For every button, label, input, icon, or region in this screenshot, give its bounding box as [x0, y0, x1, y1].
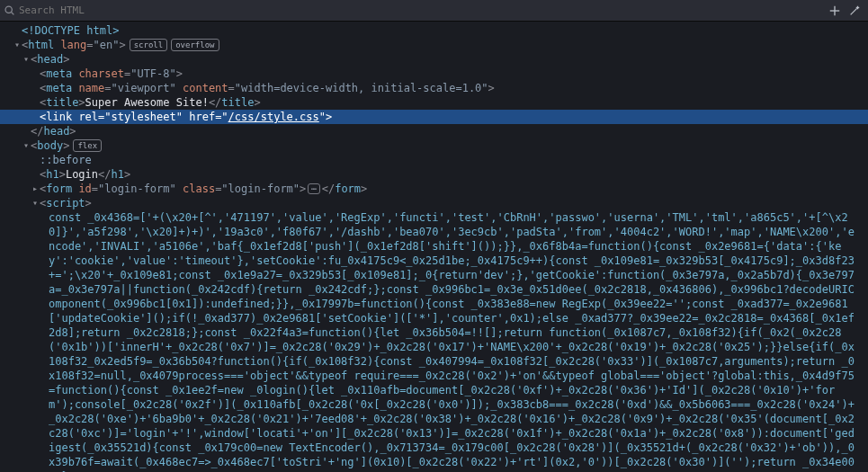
overflow-badge: overflow [171, 39, 219, 51]
scroll-badge: scroll [130, 39, 168, 51]
svg-line-4 [851, 8, 857, 14]
head-open[interactable]: ▾ <head> [0, 52, 868, 67]
twisty-icon[interactable]: ▾ [13, 38, 22, 52]
search-input[interactable] [19, 4, 828, 16]
form-node[interactable]: ▸ <form id="login-form" class="login-for… [0, 182, 868, 196]
script-open[interactable]: ▾ <script> [0, 196, 868, 210]
search-area [4, 4, 828, 16]
body-open[interactable]: ▾ <body> flex [0, 138, 868, 153]
script-content[interactable]: const _0x4368=['+(\x20+[^','471197','val… [0, 210, 868, 472]
twisty-icon[interactable]: ▾ [22, 138, 31, 153]
svg-point-0 [5, 6, 12, 13]
svg-line-1 [12, 13, 14, 15]
ellipsis-badge[interactable]: ⋯ [308, 183, 319, 194]
toolbar-actions [828, 4, 864, 17]
link-stylesheet[interactable]: <link rel="stylesheet" href="/css/style.… [0, 110, 868, 124]
toolbar [0, 0, 868, 22]
add-icon[interactable] [828, 4, 841, 17]
html-open[interactable]: ▾ <html lang="en"> scroll overflow [0, 38, 868, 52]
wand-icon[interactable] [848, 4, 861, 17]
meta-viewport[interactable]: <meta name="viewport" content="width=dev… [0, 81, 868, 95]
h1-node[interactable]: <h1>Login</h1> [0, 167, 868, 182]
search-icon [4, 4, 15, 16]
flex-badge: flex [73, 139, 102, 152]
twisty-icon[interactable]: ▸ [31, 182, 40, 196]
dom-tree[interactable]: <!DOCTYPE html> ▾ <html lang="en"> scrol… [0, 22, 868, 472]
meta-charset[interactable]: <meta charset="UTF-8"> [0, 67, 868, 81]
pseudo-before[interactable]: ::before [0, 153, 868, 167]
head-close[interactable]: </head> [0, 124, 868, 138]
doctype-node[interactable]: <!DOCTYPE html> [0, 23, 868, 38]
title-node[interactable]: <title>Super Awesome Site!</title> [0, 95, 868, 110]
twisty-icon[interactable]: ▾ [22, 52, 31, 67]
twisty-icon[interactable]: ▾ [31, 196, 40, 210]
